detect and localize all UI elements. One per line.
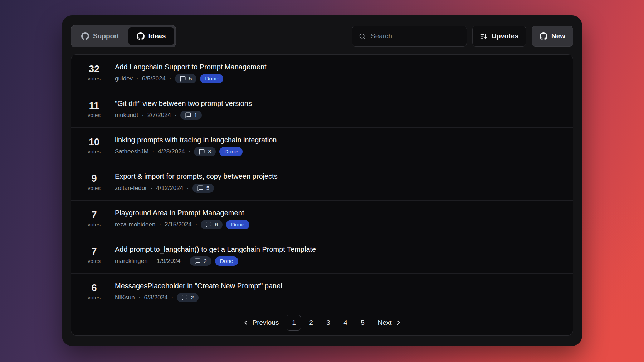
new-idea-button[interactable]: New [532,26,573,47]
votes-column: 32 votes [79,64,109,82]
idea-title[interactable]: linking prompts with tracing in langchai… [115,136,277,144]
idea-author: NIKsun [115,294,135,301]
idea-author: guidev [115,75,133,82]
vote-count: 32 [79,64,109,75]
page-1[interactable]: 1 [287,315,301,331]
comment-count: 3 [208,148,211,155]
comment-count-pill[interactable]: 1 [180,111,202,120]
meta-separator: · [151,185,153,192]
comment-count: 5 [206,185,210,191]
votes-column: 7 votes [79,246,109,264]
meta-separator: · [142,112,144,119]
idea-date: 6/5/2024 [142,75,166,82]
meta-separator: · [171,294,174,301]
idea-date: 6/3/2024 [144,294,167,301]
idea-row[interactable]: 6 votes MessagesPlaceholder in "Create N… [71,274,573,310]
comment-count-pill[interactable]: 5 [175,74,197,83]
tab-ideas-label: Ideas [148,32,166,40]
votes-column: 6 votes [79,283,109,301]
meta-separator: · [187,185,189,192]
search-input[interactable]: Search... [352,26,467,47]
votes-column: 9 votes [79,173,109,191]
github-icon [81,32,89,40]
tab-ideas[interactable]: Ideas [128,27,174,45]
idea-row[interactable]: 7 votes Playground Area in Prompt Manage… [71,201,573,237]
votes-label: votes [79,258,109,264]
votes-column: 11 votes [79,101,109,118]
tab-support[interactable]: Support [73,27,127,45]
idea-title[interactable]: Export & import for prompts, copy betwee… [115,172,278,181]
comment-bubble-icon [205,221,212,228]
idea-date: 2/15/2024 [165,221,192,228]
idea-content: Playground Area in Prompt Management rez… [115,209,249,229]
comment-count: 2 [204,258,207,264]
idea-author: marcklingen [115,258,148,265]
comment-bubble-icon [181,294,188,301]
idea-title[interactable]: Playground Area in Prompt Management [115,209,249,217]
idea-date: 4/28/2024 [158,148,185,155]
meta-separator: · [151,258,153,265]
idea-meta: NIKsun · 6/3/2024 · 2 Done [115,293,282,302]
meta-separator: · [189,148,191,155]
idea-meta: mukundt · 2/7/2024 · 1 Done [115,111,252,120]
board-tabs: Support Ideas [71,25,176,47]
page-4[interactable]: 4 [338,315,352,331]
idea-title[interactable]: Add Langchain Support to Prompt Manageme… [115,63,267,71]
previous-page-label: Previous [253,319,279,327]
comment-count: 5 [189,75,192,82]
previous-page-button[interactable]: Previous [237,319,284,327]
idea-content: linking prompts with tracing in langchai… [115,136,277,156]
idea-title[interactable]: Add prompt.to_langchain() to get a Langc… [115,245,316,254]
comment-bubble-icon [194,258,201,264]
idea-date: 2/7/2024 [147,112,171,119]
idea-row[interactable]: 9 votes Export & import for prompts, cop… [71,164,573,201]
meta-separator: · [159,221,161,228]
votes-label: votes [79,294,109,300]
vote-count: 7 [79,210,109,221]
page-5[interactable]: 5 [355,315,370,331]
idea-title[interactable]: "Git diff" view between two prompt versi… [115,99,252,108]
comment-count-pill[interactable]: 2 [190,256,211,266]
idea-meta: marcklingen · 1/9/2024 · 2 Done [115,256,316,266]
github-icon [540,32,547,40]
page-3[interactable]: 3 [321,315,335,331]
idea-date: 1/9/2024 [157,258,180,265]
idea-row[interactable]: 11 votes "Git diff" view between two pro… [71,91,573,128]
meta-separator: · [195,221,197,228]
idea-list: 32 votes Add Langchain Support to Prompt… [71,54,573,336]
meta-separator: · [184,258,186,265]
search-placeholder: Search... [371,32,398,40]
search-icon [358,33,366,40]
idea-meta: guidev · 6/5/2024 · 5 Done [115,74,267,83]
pagination: Previous 1 2 3 4 5 Next [71,310,573,335]
comment-count-pill[interactable]: 6 [201,220,223,229]
comment-bubble-icon [199,148,205,155]
idea-title[interactable]: MessagesPlaceholder in "Create New Promp… [115,282,282,290]
comment-count-pill[interactable]: 5 [192,184,214,193]
idea-content: MessagesPlaceholder in "Create New Promp… [115,282,282,302]
idea-row[interactable]: 32 votes Add Langchain Support to Prompt… [71,55,573,91]
header-actions: Search... Upvotes New [352,26,573,47]
idea-content: Export & import for prompts, copy betwee… [115,172,278,193]
next-page-label: Next [377,319,391,327]
header: Support Ideas Search... Upvotes [71,25,573,47]
comment-count: 2 [191,294,194,301]
comment-count-pill[interactable]: 3 [194,147,216,156]
page-2[interactable]: 2 [304,315,318,331]
sort-upvotes-button[interactable]: Upvotes [472,26,526,47]
next-page-button[interactable]: Next [372,319,407,327]
comment-count-pill[interactable]: 2 [177,293,199,302]
vote-count: 6 [79,283,109,294]
idea-author: zoltan-fedor [115,185,147,192]
sort-descending-icon [480,33,488,40]
idea-meta: zoltan-fedor · 4/12/2024 · 5 Done [115,184,278,193]
idea-row[interactable]: 10 votes linking prompts with tracing in… [71,128,573,164]
meta-separator: · [138,294,141,301]
votes-label: votes [79,112,109,118]
comment-count: 1 [194,112,197,118]
idea-row[interactable]: 7 votes Add prompt.to_langchain() to get… [71,237,573,274]
comment-bubble-icon [180,75,186,82]
votes-column: 7 votes [79,210,109,228]
comment-bubble-icon [185,112,191,118]
idea-meta: SatheeshJM · 4/28/2024 · 3 Done [115,147,277,156]
